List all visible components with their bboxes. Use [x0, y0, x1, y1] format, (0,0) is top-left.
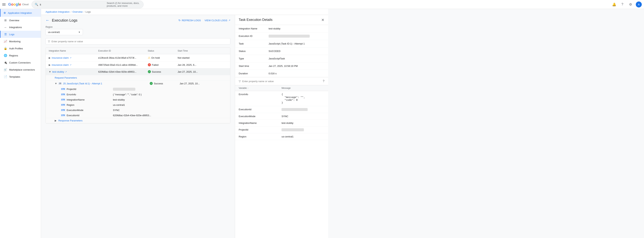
sidebar-item-regions[interactable]: 🌐 Regions — [0, 52, 41, 59]
param-icon: STR — [61, 109, 66, 111]
sort-icon[interactable]: ↑ — [248, 87, 248, 89]
start-time: Jan 27, 2025, 10... — [178, 70, 227, 73]
panel-table-header: Variable ↑ Message — [235, 85, 328, 91]
status-badge: ✓ Success — [148, 70, 178, 73]
detail-value-blurred — [268, 35, 310, 38]
integrations-icon: ↔ — [4, 26, 7, 29]
detail-row-integration-name: Integration Name test-stubby — [235, 25, 328, 32]
task-status-icon: ✓ — [150, 82, 153, 85]
param-value — [113, 88, 135, 91]
response-parameters-row[interactable]: ▶ Response Parameters — [46, 118, 230, 123]
region-select[interactable]: us-central1 ▼ — [46, 29, 83, 35]
detail-value: Jan 27, 2025, 10:58:19 PM — [268, 65, 324, 67]
ext-link-icon: ↗ — [65, 71, 67, 73]
search-bar[interactable]: 🔍 Search (/) for resources, docs, produc… — [32, 0, 144, 8]
param-name: IntegrationName — [67, 98, 84, 101]
sidebar-item-integrations[interactable]: ↔ Integrations — [0, 24, 41, 31]
sidebar: ⊕ Application Integration ⊞ Overview ↔ I… — [0, 9, 41, 238]
integration-link[interactable]: insurance-claim — [52, 56, 69, 59]
param-icon: STR — [61, 104, 66, 106]
search-input[interactable] — [40, 3, 105, 6]
param-name: ErrorInfo — [67, 93, 76, 96]
sidebar-item-label: Regions — [9, 54, 18, 57]
sidebar-item-marketplace-connectors[interactable]: 🛒 Marketplace connectors — [0, 66, 41, 73]
request-parameters-row[interactable]: Request Parameters — [46, 75, 230, 80]
filter-icon: ▽ — [48, 40, 50, 43]
detail-value: SUCCEED — [268, 50, 324, 53]
detail-value: 0.016 s — [268, 72, 324, 75]
notifications-icon[interactable]: 🔔 — [611, 1, 617, 7]
param-value: test-stubby — [113, 98, 227, 101]
overview-icon: ⊞ — [4, 19, 7, 22]
integration-link[interactable]: test-stubby — [52, 70, 64, 73]
sidebar-item-auth-profiles[interactable]: 🔒 Auth Profiles — [0, 45, 41, 52]
col-start-time: Start Time — [178, 50, 227, 52]
panel-header: Task Execution Details ✕ — [235, 15, 328, 25]
help-icon[interactable]: ? — [619, 1, 625, 7]
panel-filter-input[interactable] — [242, 80, 321, 83]
ext-link-icon: ↗ — [70, 57, 71, 59]
filter-input[interactable] — [52, 40, 228, 43]
search-placeholder-text: Search (/) for resources, docs, products… — [107, 2, 140, 7]
refresh-logs-button[interactable]: ↻ REFRESH LOGS — [178, 19, 201, 22]
status-badge: ✕ Failed — [148, 63, 178, 66]
js-task-icon: JS — [58, 82, 62, 85]
execution-id: 620fd8ac-02b4-43ee-920e-d9953... — [98, 70, 148, 73]
panel-filter-bar[interactable]: ▽ ? — [235, 77, 328, 85]
table-row-main[interactable]: ▶ insurance-claim ↗ 498725ed-00a3-41c1-a… — [46, 61, 230, 68]
sidebar-item-application-integration[interactable]: ⊕ Application Integration — [0, 9, 41, 17]
expand-icon[interactable]: ▶ — [49, 56, 50, 59]
breadcrumb-overview[interactable]: Overview — [72, 10, 82, 13]
var-name: IntegrationName — [239, 121, 282, 124]
filter-bar[interactable]: ▽ — [46, 38, 230, 44]
integration-link[interactable]: insurance-claim — [52, 64, 69, 66]
param-name: ExecutionMode — [67, 109, 84, 112]
sidebar-item-label: Templates — [9, 75, 20, 78]
collapse-task-icon[interactable]: ▼ — [55, 82, 57, 85]
view-cloud-logs-button[interactable]: VIEW CLOUD LOGS ↗ — [204, 19, 230, 22]
param-icon: STR — [61, 114, 66, 117]
breadcrumb-sep2: / — [84, 10, 84, 13]
execution-id: 498725ed-00a3-41c1-a8ce-406fdd... — [98, 64, 148, 66]
task-row[interactable]: ▼ JS JS JavaScript (Task Id:1) - Attempt… — [46, 80, 230, 86]
refresh-icon: ↻ — [178, 19, 181, 22]
sidebar-item-label: Auth Profiles — [9, 47, 23, 50]
sidebar-item-custom-connectors[interactable]: 🔌 Custom Connectors — [0, 59, 41, 66]
dropdown-arrow-icon: ▼ — [78, 31, 80, 33]
sidebar-item-logs[interactable]: ☰ Logs — [0, 31, 41, 38]
panel-var-row-executionmode: ExecutionMode SYNC — [235, 113, 328, 120]
table-row-main[interactable]: ▶ insurance-claim ↗ e13fcec8-36ea-413d-8… — [46, 54, 230, 61]
sidebar-item-templates[interactable]: 📄 Templates — [0, 73, 41, 80]
detail-label: Task — [239, 42, 268, 45]
var-value: us-central1 — [282, 135, 324, 138]
panel-var-row-executionid: ExecutionId — [235, 106, 328, 113]
expand-icon[interactable]: ▶ — [49, 64, 50, 66]
settings-icon[interactable]: ⚙ — [628, 1, 634, 7]
sidebar-item-overview[interactable]: ⊞ Overview — [0, 17, 41, 24]
detail-row-start-time: Start time Jan 27, 2025, 10:58:19 PM — [235, 62, 328, 70]
monitoring-icon: 📈 — [4, 40, 7, 43]
status-icon: ⚠ — [148, 56, 150, 59]
panel-var-row-integrationname: IntegrationName test-stubby — [235, 120, 328, 126]
var-value-blurred — [282, 128, 304, 131]
sidebar-item-label: Custom Connectors — [9, 61, 30, 64]
sidebar-item-monitoring[interactable]: 📈 Monitoring — [0, 38, 41, 45]
panel-help-icon[interactable]: ? — [323, 80, 324, 83]
avatar[interactable]: A — [636, 1, 642, 7]
detail-row-status: Status SUCCEED — [235, 47, 328, 55]
execution-id: e13fcec8-36ea-413d-86af-e7073f... — [98, 56, 148, 59]
collapse-icon[interactable]: ▼ — [49, 70, 51, 73]
breadcrumb-app-integration[interactable]: Application Integration — [46, 10, 70, 13]
response-parameters-link[interactable]: Response Parameters — [58, 119, 82, 122]
ext-link-icon: ↗ — [70, 64, 71, 66]
detail-row-task: Task JavaScript (Task ID:1) - Attempt 1 — [235, 40, 328, 47]
back-button[interactable]: ← — [46, 18, 50, 23]
request-parameters-link[interactable]: Request Parameters — [55, 76, 77, 79]
breadcrumb-sep1: / — [71, 10, 72, 13]
param-name: ExecutionId — [67, 114, 79, 117]
close-button[interactable]: ✕ — [321, 18, 324, 22]
table-row-main[interactable]: ▼ test-stubby ↗ 620fd8ac-02b4-43ee-920e-… — [46, 68, 230, 75]
hamburger-icon[interactable] — [2, 3, 6, 5]
expand-response-icon[interactable]: ▶ — [55, 119, 56, 122]
task-status-badge: ✓ Success — [150, 82, 180, 85]
